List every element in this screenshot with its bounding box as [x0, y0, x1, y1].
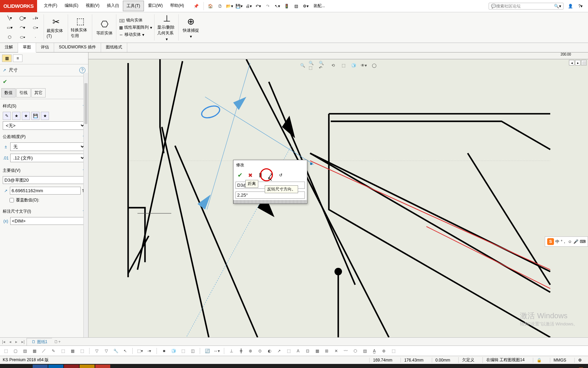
style-icon-5[interactable]: ★	[41, 112, 49, 120]
circle-tool-icon[interactable]: ◯▾	[16, 14, 29, 22]
trim-entities-button[interactable]: ✂ 裁剪实体(T)	[47, 17, 66, 39]
ellipse-tool-icon[interactable]: ⬭▾	[29, 23, 42, 32]
panel-scrollbar[interactable]	[83, 73, 88, 337]
line-tool-icon[interactable]: ╲▾	[3, 14, 16, 22]
undo-icon[interactable]: ↶▾	[254, 2, 262, 10]
select-icon[interactable]: ↖▾	[273, 2, 281, 10]
bb-a9[interactable]: ⊡	[304, 347, 311, 355]
dimension-value-input[interactable]	[10, 187, 81, 195]
style-icon-4[interactable]: 💾	[31, 112, 39, 120]
bb-a5[interactable]: ◐	[266, 347, 273, 355]
arrow-icon[interactable]: ↖	[121, 347, 129, 355]
point-tool-icon[interactable]: ·	[29, 33, 42, 42]
tab-evaluate[interactable]: 评估	[36, 43, 54, 52]
dimension-name-input[interactable]	[3, 176, 85, 184]
ime-lang[interactable]: 中	[555, 239, 559, 245]
accept-icon[interactable]: ✔	[3, 79, 7, 85]
bb-8[interactable]: ▦	[69, 347, 76, 355]
style-icon-3[interactable]: ★	[22, 112, 30, 120]
status-lock-icon[interactable]: 🔒	[533, 358, 545, 363]
add-sheet-icon[interactable]: 🗋+	[52, 339, 63, 344]
override-checkbox[interactable]	[10, 198, 14, 202]
bb-11[interactable]: ▽	[102, 347, 110, 355]
rect-tool-icon[interactable]: ▭▾	[3, 23, 16, 32]
status-units[interactable]: MMGS	[550, 358, 570, 363]
style-select[interactable]: <无>	[3, 121, 85, 130]
menu-tools[interactable]: 工具(T)	[123, 1, 144, 11]
search-box[interactable]: 💬 🔍▾	[489, 3, 564, 10]
subtab-value[interactable]: 数值	[1, 88, 16, 97]
move-entities-button[interactable]: ↔移动实体▾	[119, 32, 152, 37]
ime-mic-icon[interactable]: 🎤	[573, 239, 578, 244]
menu-view[interactable]: 视图(V)	[82, 1, 103, 11]
status-gear-icon[interactable]: ⚙	[574, 358, 585, 363]
drawing-canvas[interactable]: 200.00 🔍 🔍⬚ 🔍↶ ⟲ ⬚ 🧊 👁▾ ◯ ◂ ▸ ⬜	[88, 52, 588, 337]
bb-4[interactable]: ▦	[31, 347, 38, 355]
bb-a11[interactable]: ⊞	[323, 347, 330, 355]
ime-keyboard-icon[interactable]: ⌨	[580, 239, 586, 244]
ime-punct-icon[interactable]: °，	[561, 239, 567, 245]
tab-sheet-format[interactable]: 图纸格式	[101, 43, 127, 52]
refresh-icon[interactable]: 🔄	[203, 347, 211, 355]
bb-a15[interactable]: ▤	[361, 347, 369, 355]
cube-solid-icon[interactable]: ■	[160, 347, 168, 355]
sheet1-tab[interactable]: 🗋 图纸1	[27, 338, 52, 346]
polygon-tool-icon[interactable]: ⬡	[3, 33, 16, 42]
taskview-icon[interactable]: ▤	[17, 365, 32, 368]
bb-a13[interactable]: 〰	[342, 347, 349, 355]
tolerance-select[interactable]: 无	[10, 142, 85, 151]
traffic-light-icon[interactable]: 🚦	[283, 2, 291, 10]
offset-entities-button[interactable]: ⎔ 等距实体	[95, 19, 114, 36]
subtab-leaders[interactable]: 引线	[16, 88, 31, 97]
bb-a18[interactable]: ⬚	[390, 347, 397, 355]
ime-emoji-icon[interactable]: ☺	[568, 239, 572, 244]
solidworks-task-icon[interactable]: SW	[64, 365, 79, 368]
bb-a7[interactable]: ⬚	[285, 347, 292, 355]
home-icon[interactable]: 🏠	[207, 2, 215, 10]
cube-iso-icon[interactable]: ◫	[189, 347, 196, 355]
bb-a10[interactable]: ▦	[313, 347, 321, 355]
confirm-icon[interactable]: ✔	[236, 171, 244, 179]
bb-1[interactable]: ⬚	[2, 347, 10, 355]
open-icon[interactable]: 📂▾	[226, 2, 234, 10]
bb-12[interactable]: 🔧	[112, 347, 119, 355]
bb-9[interactable]: ⬚	[78, 347, 86, 355]
bb-a2[interactable]: ╋	[237, 347, 245, 355]
traffic-icon[interactable]: 🚦	[257, 171, 264, 179]
display-relations-button[interactable]: ⊥ 显示/删除几何关系▾	[157, 13, 176, 42]
fm-tab1-icon[interactable]: ▦	[2, 55, 12, 62]
menu-window[interactable]: 窗口(W)	[145, 1, 166, 11]
filter-icon[interactable]: ▽	[93, 347, 100, 355]
bb-a17[interactable]: ⊕	[380, 347, 388, 355]
mirror-button[interactable]: ▯|▯镜向实体	[119, 17, 152, 23]
bb-a1[interactable]: ⊥	[228, 347, 235, 355]
new-icon[interactable]: 🗋	[216, 2, 224, 10]
bb-15[interactable]: ▫▾	[146, 347, 153, 355]
bb-3[interactable]: ▤	[21, 347, 29, 355]
arc-tool-icon[interactable]: ◠▾	[16, 23, 29, 32]
list-icon[interactable]: ▤	[292, 2, 300, 10]
linear-pattern-button[interactable]: ▦线性草图阵列▾	[119, 25, 152, 30]
start-icon[interactable]: ⊞	[1, 365, 16, 368]
bb-a14[interactable]: ⬡	[352, 347, 359, 355]
tab-annotation[interactable]: 注解	[0, 43, 18, 52]
precision-select[interactable]: .12 (文件)	[10, 154, 85, 162]
slot-tool-icon[interactable]: ⬭▾	[16, 33, 29, 42]
quick-snap-button[interactable]: ⊕ 快速捕捉▾	[181, 16, 200, 39]
style-icon-2[interactable]: ★	[12, 112, 20, 120]
menu-file[interactable]: 文件(F)	[40, 1, 61, 11]
redo-icon[interactable]: ↷	[264, 2, 272, 10]
print-icon[interactable]: 🖨▾	[245, 2, 253, 10]
sheet-nav-prev-icon[interactable]: ◂	[7, 339, 13, 344]
pin-icon[interactable]: 📌	[191, 4, 201, 9]
line-icon[interactable]: ／	[40, 347, 48, 355]
gear-icon[interactable]: ⚙▾	[302, 2, 310, 10]
tab-addins[interactable]: SOLIDWORKS 插件	[54, 43, 101, 52]
spline-tool-icon[interactable]: 𝒩▾	[29, 14, 42, 22]
cube-wire-icon[interactable]: ⬚	[179, 347, 187, 355]
wps-icon[interactable]: W	[95, 365, 110, 368]
bb-14[interactable]: ⬚▾	[136, 347, 144, 355]
cancel-icon[interactable]: ✖	[246, 171, 254, 179]
pencil-icon[interactable]: ✎	[50, 347, 57, 355]
capture-icon[interactable]: ⬚	[111, 365, 126, 368]
